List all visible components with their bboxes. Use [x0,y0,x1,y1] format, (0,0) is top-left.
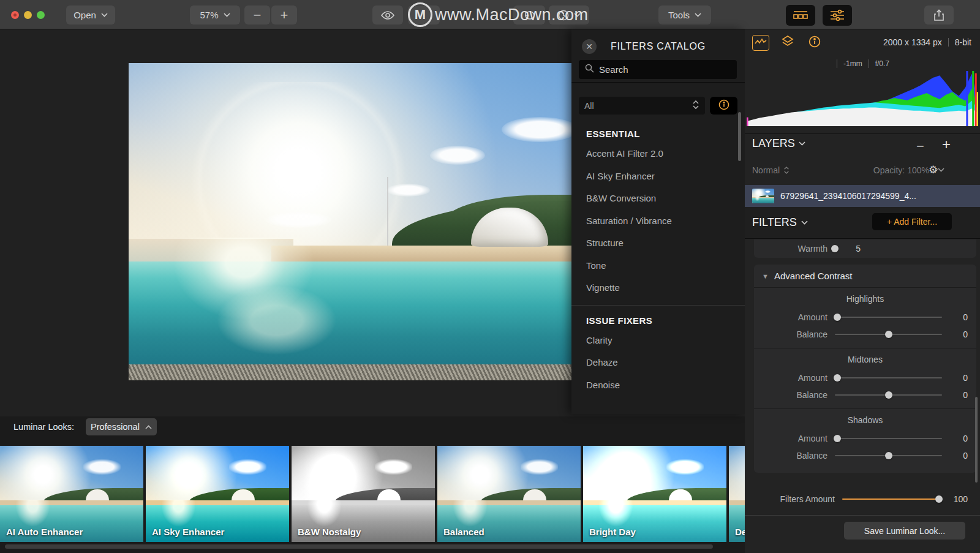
zoom-out-button[interactable]: − [244,6,270,24]
info-icon [809,36,821,50]
slider-handle[interactable] [885,452,892,459]
catalog-scrollbar[interactable] [738,112,741,161]
filter-item[interactable]: Accent AI Filter 2.0 [586,148,730,158]
advanced-contrast-header[interactable]: ▼ Advanced Contrast [754,265,976,288]
filter-item[interactable]: Vignette [586,282,730,292]
compare-button[interactable] [408,6,440,24]
slider-track[interactable] [842,498,942,500]
divider [745,134,980,134]
slider-handle[interactable] [885,331,892,338]
filter-item[interactable]: Denoise [586,380,730,389]
layer-item-selected[interactable]: 67929641_2394106017294599_4... [745,185,980,207]
zoom-in-button[interactable]: + [271,6,297,24]
toolbar: Open 57% − + Tools [0,0,980,29]
look-thumbnail[interactable]: Bright Day [583,446,726,542]
layers-section-header[interactable]: LAYERS [752,137,805,150]
slider-handle[interactable] [834,374,841,382]
tools-button[interactable]: Tools [658,6,711,24]
slider-row: Warmth5 [754,240,869,257]
slider-handle[interactable] [935,495,943,503]
slider-row: Balance0 [754,326,976,343]
category-dropdown[interactable]: All [579,97,705,115]
look-thumbnail[interactable]: B&W Nostalgy [292,446,435,542]
looks-scrollbar[interactable] [5,544,713,549]
filters-section-header: FILTERS + Add Filter... [745,207,980,239]
filters-title: FILTERS [752,216,797,229]
chevron-up-icon [145,425,152,429]
fullscreen-window-button[interactable] [37,11,45,19]
close-window-button[interactable] [11,11,19,19]
slider-track[interactable] [835,334,942,335]
clock-icon [558,10,569,21]
filter-item[interactable]: B&W Conversion [586,193,730,203]
remove-layer-button[interactable]: − [916,138,924,154]
preview-toggle-button[interactable] [372,6,403,24]
slider-track[interactable] [835,394,942,396]
add-layer-button[interactable]: + [942,136,951,153]
slider-handle[interactable] [834,435,841,442]
slider-value: 5 [842,244,861,254]
slider-track[interactable] [835,438,942,439]
scene-cloud [83,459,121,475]
looks-category-value: Professional [91,422,140,432]
slider-label: Amount [761,312,827,322]
slider-value: 0 [949,312,968,322]
slider-label: Balance [761,390,827,400]
scene-sun-reflection [306,500,343,529]
info-icon [718,99,729,113]
layer-settings-button[interactable]: ⚙ [929,164,944,176]
export-share-button[interactable] [924,6,954,24]
look-thumbnail[interactable]: AI Sky Enhancer [146,446,289,542]
slider-value: 0 [949,373,968,383]
save-luminar-look-button[interactable]: Save Luminar Look... [844,522,965,540]
minus-icon: − [254,7,262,23]
scene-cloud [666,459,704,475]
scene-sun-reflection [597,500,635,529]
divider [837,59,837,68]
layers-title: LAYERS [752,137,795,150]
look-thumbnail[interactable]: De [729,446,745,542]
filter-item[interactable]: Tone [586,260,730,270]
search-icon [585,64,594,75]
slider-handle[interactable] [831,245,839,252]
chevron-down-icon [574,13,581,17]
zoom-level-value: 57% [200,10,218,20]
histogram-toggle-button[interactable] [752,35,769,51]
slider-handle[interactable] [834,314,841,321]
search-input[interactable] [599,64,715,75]
filter-item[interactable]: Structure [586,238,730,247]
open-button[interactable]: Open [66,6,115,24]
slider-track[interactable] [835,377,942,378]
slider-value: 0 [949,434,968,443]
filters-title-dropdown[interactable]: FILTERS [752,216,808,229]
scene-sun-reflection [755,197,760,201]
slider-row: Filters Amount100 [754,491,976,508]
add-filter-button[interactable]: + Add Filter... [872,213,952,230]
image-info-button[interactable] [806,35,823,51]
slider-value: 0 [949,390,968,400]
slider-track[interactable] [835,317,942,318]
focal-length: -1mm [843,59,862,68]
filter-item[interactable]: AI Sky Enhancer [586,171,730,181]
filters-amount-row: Filters Amount100 [754,491,976,508]
look-thumbnail[interactable]: AI Auto Enhancer [0,446,143,542]
minimize-window-button[interactable] [24,11,32,19]
look-thumbnail[interactable]: Balanced [437,446,581,542]
filter-item[interactable]: Saturation / Vibrance [586,216,730,225]
filter-info-button[interactable] [710,97,737,115]
blend-mode-dropdown[interactable]: Normal [752,165,790,175]
side-panel-toggle[interactable] [823,5,852,26]
slider-track[interactable] [835,455,942,456]
filter-item[interactable]: Dehaze [586,357,730,367]
filter-item[interactable]: Clarity [586,335,730,345]
history-dropdown-button[interactable] [549,6,589,24]
layers-visibility-button[interactable] [779,35,796,51]
right-sidebar: 2000 x 1334 px 8-bit -1mm f/0.7 LAYERS −… [745,29,980,553]
search-field[interactable] [579,60,737,79]
panel-scrollbar[interactable] [975,397,978,483]
looks-panel-toggle[interactable] [786,5,815,26]
undo-button[interactable] [513,6,545,24]
slider-handle[interactable] [885,391,892,399]
zoom-level-dropdown[interactable]: 57% [190,6,240,24]
looks-category-dropdown[interactable]: Professional [86,418,157,435]
